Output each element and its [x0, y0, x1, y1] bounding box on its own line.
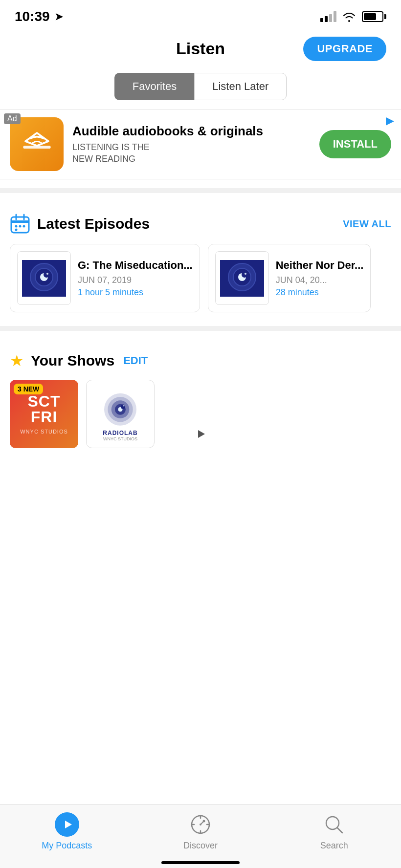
episode-duration: 1 hour 5 minutes: [78, 287, 193, 298]
latest-episodes-section: Latest Episodes VIEW ALL G: The Miseduca…: [0, 202, 401, 317]
svg-rect-1: [11, 217, 29, 233]
my-podcasts-icon: [55, 812, 79, 837]
episode-date: JUN 04, 20...: [276, 275, 364, 285]
listen-later-tab[interactable]: Listen Later: [194, 73, 287, 100]
status-time: 10:39 ➤: [15, 9, 63, 24]
location-arrow-icon: ➤: [55, 11, 63, 22]
ad-subtitle: LISTENING IS THENEW READING: [72, 142, 311, 165]
edit-button[interactable]: EDIT: [123, 354, 148, 367]
episode-title: Neither Nor Der...: [276, 259, 364, 273]
episode-title: G: The Miseducation...: [78, 259, 193, 273]
wifi-icon: [342, 11, 356, 22]
svg-point-20: [245, 273, 246, 275]
svg-point-5: [15, 225, 18, 228]
battery-icon: [362, 11, 386, 22]
your-shows-title: Your Shows: [31, 352, 114, 369]
svg-point-27: [121, 404, 125, 409]
header: Listen UPGRADE: [0, 29, 401, 68]
tab-search[interactable]: Search: [267, 812, 401, 851]
episode-info: G: The Miseducation... JUN 07, 2019 1 ho…: [78, 259, 193, 298]
my-podcasts-label: My Podcasts: [42, 841, 92, 851]
svg-marker-29: [65, 821, 72, 828]
ad-content: Audible audiobooks & originals LISTENING…: [72, 124, 311, 165]
episode-date: JUN 07, 2019: [78, 275, 193, 285]
episode-card[interactable]: Neither Nor Der... JUN 04, 20... 28 minu…: [208, 244, 371, 312]
favorites-tab[interactable]: Favorites: [114, 73, 194, 100]
svg-line-39: [337, 828, 342, 833]
episode-card[interactable]: G: The Miseducation... JUN 07, 2019 1 ho…: [10, 244, 200, 312]
ad-title: Audible audiobooks & originals: [72, 124, 311, 139]
episode-thumbnail: [17, 251, 71, 305]
svg-point-38: [326, 817, 339, 829]
discover-icon: [188, 812, 213, 837]
svg-point-28: [123, 405, 125, 406]
episode-thumbnail: [215, 251, 269, 305]
tab-bar: My Podcasts Discover Search: [0, 804, 401, 868]
ad-arrow-icon: ▶: [386, 114, 394, 127]
section-title-wrap: Latest Episodes: [10, 214, 150, 234]
sct-fri-text: SCTFRI: [28, 393, 61, 425]
ad-banner: Ad Audible audiobooks & originals LISTEN…: [0, 109, 401, 179]
tab-discover[interactable]: Discover: [134, 812, 267, 851]
your-shows-header: ★ Your Shows EDIT: [10, 351, 391, 370]
install-button[interactable]: INSTALL: [319, 130, 391, 158]
upgrade-button[interactable]: UPGRADE: [303, 37, 386, 61]
svg-rect-2: [11, 220, 29, 223]
episodes-scroll: G: The Miseducation... JUN 07, 2019 1 ho…: [10, 244, 391, 312]
svg-point-8: [15, 229, 18, 231]
radiolab-wnyc: WNYC STUDIOS: [103, 436, 137, 441]
page-title: Listen: [176, 39, 225, 58]
home-indicator: [161, 861, 240, 864]
latest-episodes-header: Latest Episodes VIEW ALL: [10, 214, 391, 234]
svg-point-19: [242, 272, 247, 278]
segment-control: Favorites Listen Later: [0, 73, 401, 100]
svg-point-6: [19, 225, 22, 228]
section-separator-2: [0, 326, 401, 331]
status-icons: [320, 11, 386, 22]
latest-episodes-title: Latest Episodes: [37, 216, 150, 232]
calendar-icon: [10, 214, 30, 234]
show-card-sct-fri[interactable]: 3 NEW SCTFRI WNYC STUDIOS: [10, 380, 78, 448]
status-bar: 10:39 ➤: [0, 0, 401, 29]
search-label: Search: [320, 841, 348, 851]
show-card-radiolab[interactable]: RADIOLAB WNYC STUDIOS: [86, 380, 155, 448]
sct-fri-wnyc: WNYC STUDIOS: [20, 429, 68, 434]
radiolab-label: RADIOLAB: [103, 430, 137, 436]
svg-point-13: [44, 272, 49, 278]
star-icon: ★: [10, 351, 24, 370]
svg-point-7: [23, 225, 25, 228]
tab-my-podcasts[interactable]: My Podcasts: [0, 812, 134, 851]
svg-point-37: [202, 820, 205, 823]
svg-point-14: [46, 273, 48, 275]
new-badge: 3 NEW: [14, 384, 43, 394]
section-separator: [0, 188, 401, 193]
view-all-button[interactable]: VIEW ALL: [343, 218, 391, 230]
episode-info: Neither Nor Der... JUN 04, 20... 28 minu…: [276, 259, 364, 298]
search-icon: [322, 812, 346, 837]
discover-label: Discover: [183, 841, 218, 851]
signal-bars-icon: [320, 11, 336, 22]
ad-label: Ad: [4, 113, 21, 124]
episode-duration: 28 minutes: [276, 287, 364, 298]
audible-icon: [10, 117, 64, 171]
